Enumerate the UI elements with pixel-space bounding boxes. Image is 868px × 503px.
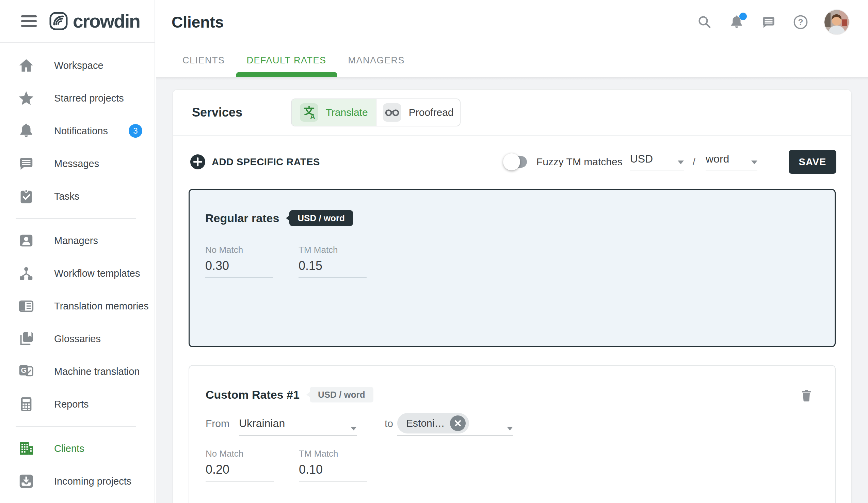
custom-no-match-field: No Match [206, 449, 274, 482]
sidebar-item-workflow-templates[interactable]: Workflow templates [0, 257, 155, 290]
sidebar-item-workspace[interactable]: Workspace [0, 49, 155, 82]
workflow-icon [17, 264, 35, 282]
sidebar-item-incoming-projects[interactable]: Incoming projects [0, 465, 155, 497]
bell-icon [17, 122, 35, 140]
plus-circle-icon [190, 154, 206, 170]
tasks-clipboard-icon [17, 188, 35, 205]
target-language-chip: Estoni… [397, 413, 469, 433]
hamburger-menu-icon[interactable] [21, 15, 37, 27]
toggle-knob [503, 153, 520, 170]
remove-language-button[interactable] [450, 415, 466, 431]
crowdin-wordmark: crowdin [73, 10, 140, 32]
sidebar-item-reports[interactable]: Reports [0, 388, 155, 421]
regular-tm-match-field: TM Match [299, 245, 366, 278]
close-icon [454, 420, 462, 427]
sidebar-divider [16, 426, 136, 427]
sidebar-item-glossaries[interactable]: Glossaries [0, 322, 155, 355]
regular-rates-title: Regular rates [205, 212, 279, 225]
custom-rates-title: Custom Rates #1 [206, 388, 300, 401]
rates-panel: Services A Translate [173, 89, 852, 503]
services-row: Services A Translate [173, 90, 851, 135]
add-specific-rates-button[interactable]: ADD SPECIFIC RATES [190, 154, 320, 170]
rates-toolbar: ADD SPECIFIC RATES Fuzzy TM matches USD … [173, 150, 851, 174]
currency-select[interactable]: USD [630, 153, 684, 170]
language-pair-row: From Ukrainian to Estoni… [206, 411, 819, 436]
unread-notifications-dot [739, 13, 747, 20]
sidebar-divider [16, 218, 136, 219]
regular-rates-unit-badge: USD / word [289, 210, 353, 226]
notifications-bell-icon[interactable] [728, 14, 745, 30]
regular-tm-match-input[interactable] [299, 259, 366, 273]
person-card-icon [17, 232, 35, 250]
unit-select[interactable]: word [706, 153, 757, 170]
delete-custom-rates-button[interactable] [799, 389, 813, 404]
chevron-down-icon [351, 427, 357, 430]
help-icon[interactable]: ? [793, 14, 809, 30]
crowdin-logo-icon [49, 12, 68, 31]
toolbar-right: Fuzzy TM matches USD / word SAVE [504, 150, 836, 174]
tab-clients[interactable]: CLIENTS [172, 44, 236, 77]
inbox-download-icon [17, 472, 35, 490]
custom-rates-unit-badge: USD / word [310, 387, 373, 402]
user-avatar[interactable] [825, 10, 849, 34]
translate-service-button[interactable]: A Translate [292, 99, 376, 126]
save-button[interactable]: SAVE [789, 150, 836, 174]
sidebar-item-managers[interactable]: Managers [0, 224, 155, 257]
sidebar-item-translation-memories[interactable]: Translation memories [0, 290, 155, 322]
fuzzy-tm-label: Fuzzy TM matches [536, 156, 622, 168]
svg-text:A: A [310, 112, 315, 120]
regular-no-match-input[interactable] [205, 259, 273, 273]
star-icon [17, 89, 35, 107]
machine-translation-icon: G [17, 363, 35, 380]
tab-managers[interactable]: MANAGERS [337, 44, 416, 77]
sidebar: crowdin Workspace Starred projects [0, 0, 155, 503]
chevron-down-icon [751, 161, 757, 164]
sidebar-item-notifications[interactable]: Notifications 3 [0, 114, 155, 147]
page-title: Clients [172, 13, 224, 31]
notifications-count-badge: 3 [129, 124, 142, 138]
translate-icon: A [300, 103, 318, 122]
sidebar-item-tasks[interactable]: Tasks [0, 180, 155, 213]
header-actions: ? [696, 10, 849, 34]
currency-unit-separator: / [693, 156, 695, 168]
svg-text:G: G [21, 366, 27, 374]
source-language-select[interactable]: Ukrainian [239, 411, 357, 436]
services-heading: Services [192, 105, 242, 120]
sidebar-item-machine-translation[interactable]: G Machine translation [0, 355, 155, 388]
sidebar-item-clients[interactable]: Clients [0, 432, 155, 465]
trash-icon [799, 389, 813, 402]
top-header: Clients [156, 0, 868, 77]
glossary-book-icon [17, 330, 35, 348]
crowdin-logo[interactable]: crowdin [49, 10, 140, 32]
regular-no-match-field: No Match [205, 245, 273, 278]
target-language-select[interactable]: Estoni… [397, 411, 513, 436]
fuzzy-tm-toggle[interactable] [504, 156, 527, 168]
custom-rates-card: Custom Rates #1 USD / word From Ukrainia… [188, 365, 836, 503]
search-icon[interactable] [696, 14, 713, 30]
sidebar-item-starred-projects[interactable]: Starred projects [0, 82, 155, 114]
sidebar-item-messages[interactable]: Messages [0, 147, 155, 180]
svg-text:?: ? [798, 17, 803, 27]
service-switcher: A Translate Proofread [291, 99, 461, 127]
chat-icon [17, 155, 35, 172]
building-icon [17, 440, 35, 457]
main-content: Services A Translate [156, 77, 868, 503]
sidebar-header: crowdin [0, 0, 155, 43]
tab-default-rates[interactable]: DEFAULT RATES [236, 44, 337, 77]
messages-chat-icon[interactable] [761, 14, 777, 30]
chevron-down-icon [507, 427, 513, 430]
custom-no-match-input[interactable] [206, 462, 274, 477]
from-label: From [206, 418, 229, 429]
calculator-icon [17, 395, 35, 413]
custom-tm-match-input[interactable] [299, 462, 367, 477]
sidebar-nav: Workspace Starred projects Notifications… [0, 43, 155, 497]
to-label: to [385, 418, 393, 429]
proofread-service-button[interactable]: Proofread [376, 99, 460, 126]
home-icon [17, 57, 35, 74]
proofread-label: Proofread [409, 107, 454, 118]
custom-tm-match-field: TM Match [299, 449, 367, 482]
translate-label: Translate [326, 107, 368, 118]
add-specific-rates-label: ADD SPECIFIC RATES [212, 157, 320, 168]
regular-rates-card: Regular rates USD / word No Match TM Mat… [188, 189, 836, 347]
tab-bar: CLIENTS DEFAULT RATES MANAGERS [172, 44, 416, 77]
